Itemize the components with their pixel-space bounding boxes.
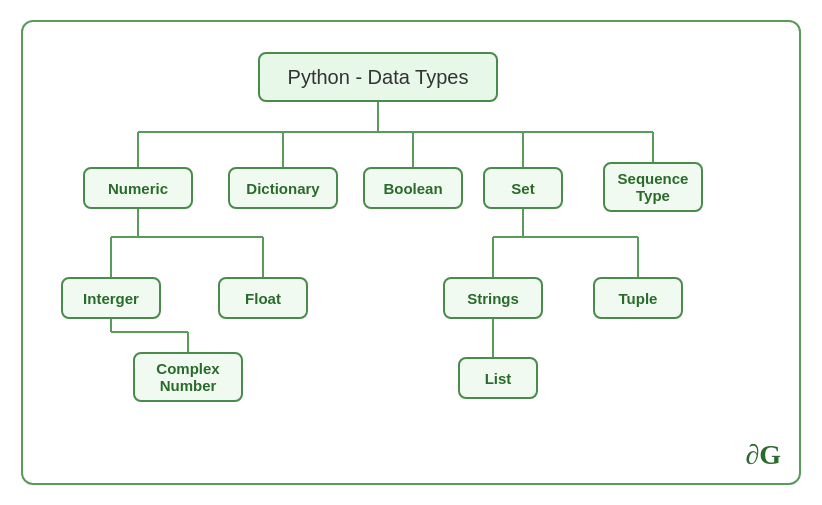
diagram-container: Python - Data Types Numeric Dictionary B… (21, 20, 801, 485)
float-node: Float (218, 277, 308, 319)
complex-node: Complex Number (133, 352, 243, 402)
complex-label: Complex Number (156, 360, 219, 394)
dictionary-label: Dictionary (246, 180, 319, 197)
sequence-label: Sequence Type (618, 170, 689, 204)
float-label: Float (245, 290, 281, 307)
integer-node: Interger (61, 277, 161, 319)
boolean-label: Boolean (383, 180, 442, 197)
set-node: Set (483, 167, 563, 209)
numeric-label: Numeric (108, 180, 168, 197)
root-label: Python - Data Types (288, 66, 469, 89)
tuple-label: Tuple (619, 290, 658, 307)
sequence-node: Sequence Type (603, 162, 703, 212)
root-node: Python - Data Types (258, 52, 498, 102)
strings-node: Strings (443, 277, 543, 319)
boolean-node: Boolean (363, 167, 463, 209)
gfg-logo: ∂G (745, 439, 781, 471)
list-node: List (458, 357, 538, 399)
list-label: List (485, 370, 512, 387)
numeric-node: Numeric (83, 167, 193, 209)
dictionary-node: Dictionary (228, 167, 338, 209)
set-label: Set (511, 180, 534, 197)
strings-label: Strings (467, 290, 519, 307)
tuple-node: Tuple (593, 277, 683, 319)
integer-label: Interger (83, 290, 139, 307)
logo-text: ∂G (745, 439, 781, 470)
